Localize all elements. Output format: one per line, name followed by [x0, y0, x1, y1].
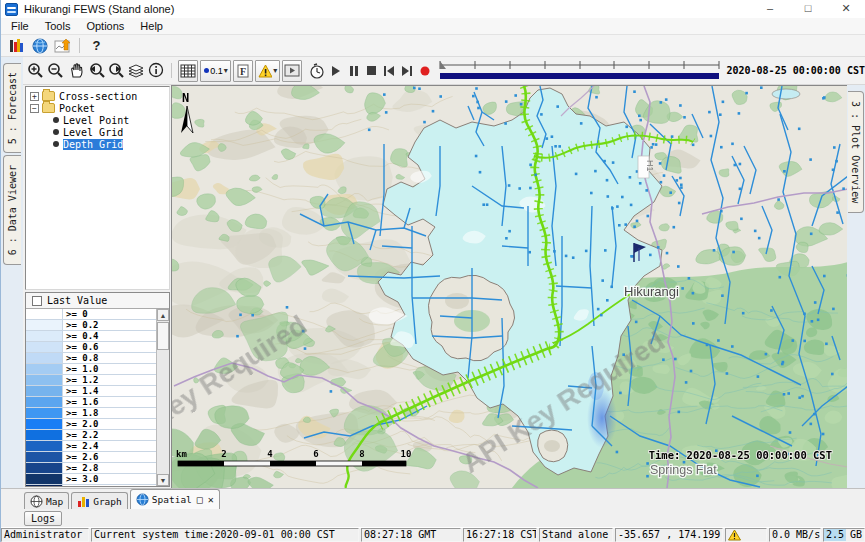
legend-row[interactable]: >= 1.6: [26, 397, 156, 408]
legend-row[interactable]: >= 2.8: [26, 463, 156, 474]
window-title: Hikurangi FEWS (Stand alone): [24, 3, 174, 15]
zoom-next-icon[interactable]: [106, 60, 126, 82]
zoom-out-icon[interactable]: [46, 60, 66, 82]
tab-forecast[interactable]: 5 : Forecast: [3, 63, 21, 153]
info-icon[interactable]: [146, 60, 166, 82]
legend-panel: Last Value >= 0>= 0.2>= 0.4>= 0.6>= 0.8>…: [25, 292, 170, 487]
close-button[interactable]: ✕: [827, 0, 865, 18]
logs-button[interactable]: Logs: [24, 511, 62, 526]
svg-text:2: 2: [221, 449, 226, 459]
record-button[interactable]: [419, 66, 431, 76]
zoom-previous-icon[interactable]: [86, 60, 106, 82]
scroll-thumb[interactable]: [157, 322, 169, 350]
legend-row[interactable]: >= 2.6: [26, 452, 156, 463]
app-window: Hikurangi FEWS (Stand alone) – □ ✕ File …: [0, 0, 865, 542]
menu-tools[interactable]: Tools: [37, 19, 79, 33]
tree-item-depth-grid[interactable]: Depth Grid: [26, 138, 169, 150]
legend-row[interactable]: >= 2.2: [26, 430, 156, 441]
legend-label: >= 1.8: [63, 408, 99, 418]
layers-icon[interactable]: [126, 60, 146, 82]
tab-spatial[interactable]: Spatial □ ✕: [130, 489, 220, 509]
legend-swatch: [26, 364, 63, 374]
legend-swatch: [26, 452, 63, 462]
legend-swatch: [26, 320, 63, 330]
menu-file[interactable]: File: [3, 19, 37, 33]
stop-button[interactable]: [366, 66, 378, 75]
svg-text:Springs Flat: Springs Flat: [650, 463, 717, 477]
restore-icon[interactable]: □: [197, 494, 203, 505]
maximize-button[interactable]: □: [789, 0, 827, 18]
logs-row: Logs: [1, 509, 865, 527]
help-icon[interactable]: ?: [86, 36, 107, 55]
legend-row[interactable]: >= 0.6: [26, 342, 156, 353]
status-bar: Administrator Current system time:2020-0…: [1, 527, 865, 542]
legend-swatch: [26, 375, 63, 385]
legend-row[interactable]: >= 0: [26, 309, 156, 320]
tree-item-pocket[interactable]: − Pocket: [26, 102, 169, 114]
tab-data-viewer[interactable]: 6 : Data Viewer: [3, 155, 21, 265]
legend-label: >= 0: [63, 309, 88, 319]
globe-icon: [30, 495, 43, 508]
tab-map[interactable]: Map: [24, 492, 69, 509]
legend-row[interactable]: >= 3.0: [26, 474, 156, 485]
legend-row[interactable]: >= 1.2: [26, 375, 156, 386]
spatial-display-icon[interactable]: [52, 36, 73, 55]
legend-swatch: [26, 463, 63, 473]
layer-tree: + Cross-section − Pocket Level Point: [25, 86, 170, 290]
status-warning[interactable]: [725, 528, 767, 542]
minimize-button[interactable]: –: [751, 0, 789, 18]
first-step-button[interactable]: [383, 66, 395, 76]
pan-icon[interactable]: [66, 60, 86, 82]
explorer-icon[interactable]: [6, 36, 27, 55]
scroll-up-icon[interactable]: ▲: [157, 309, 169, 321]
globe-icon[interactable]: [29, 36, 50, 55]
pause-button[interactable]: [348, 66, 360, 76]
menu-options[interactable]: Options: [78, 19, 132, 33]
svg-text:4: 4: [267, 449, 273, 459]
status-user: Administrator: [1, 528, 89, 542]
svg-text:8: 8: [359, 449, 364, 459]
tree-item-level-grid[interactable]: Level Grid: [26, 126, 169, 138]
legend-row[interactable]: >= 1.4: [26, 386, 156, 397]
last-step-button[interactable]: [401, 66, 413, 76]
flag-display-button[interactable]: F: [233, 60, 253, 82]
warning-dropdown[interactable]: ▾: [255, 60, 281, 82]
grid-display-button[interactable]: [178, 60, 198, 82]
play-button[interactable]: [330, 66, 342, 76]
globe-icon: [136, 493, 149, 506]
animation-button[interactable]: [282, 60, 302, 82]
legend-row[interactable]: >= 0.4: [26, 331, 156, 342]
svg-text:F: F: [240, 66, 246, 77]
legend-label: >= 1.2: [63, 375, 99, 385]
legend-row[interactable]: >= 1.8: [26, 408, 156, 419]
scroll-down-icon[interactable]: ▼: [157, 474, 169, 486]
tree-item-level-point[interactable]: Level Point: [26, 114, 169, 126]
map-canvas[interactable]: API Key Required API Key Required N: [171, 85, 847, 488]
close-tab-icon[interactable]: ✕: [208, 494, 214, 505]
legend-row[interactable]: >= 2.4: [26, 441, 156, 452]
map-toolbar: 0.1 ▾ F ▾: [23, 57, 865, 85]
legend-label: >= 1.4: [63, 386, 99, 396]
last-value-label: Last Value: [47, 295, 107, 306]
legend-row[interactable]: >= 0.2: [26, 320, 156, 331]
zoom-in-icon[interactable]: [26, 60, 46, 82]
tab-graph[interactable]: Graph: [71, 492, 128, 509]
legend-row[interactable]: >= 2.0: [26, 419, 156, 430]
legend-label: >= 2.2: [63, 430, 99, 440]
legend-row[interactable]: >= 3.2: [26, 485, 156, 486]
legend-scrollbar[interactable]: ▲ ▼: [156, 309, 169, 486]
status-local-time: 16:27:18 CST: [463, 528, 537, 542]
legend-row[interactable]: >= 1.0: [26, 364, 156, 375]
tab-plot-overview[interactable]: 3 : Plot Overview: [848, 91, 864, 213]
contour-interval-dropdown[interactable]: 0.1 ▾: [200, 60, 231, 82]
contour-interval-value: 0.1: [210, 66, 223, 76]
menu-help[interactable]: Help: [132, 19, 171, 33]
last-value-checkbox[interactable]: [32, 296, 42, 306]
left-tab-strip: 5 : Forecast 6 : Data Viewer: [1, 57, 23, 488]
timer-icon[interactable]: [307, 60, 327, 82]
chart-icon: [77, 495, 90, 508]
legend-row[interactable]: >= 0.8: [26, 353, 156, 364]
timeline-slider[interactable]: [437, 59, 722, 83]
svg-text:H1: H1: [645, 160, 655, 172]
status-coordinates: -35.657 , 174.199: [615, 528, 723, 542]
